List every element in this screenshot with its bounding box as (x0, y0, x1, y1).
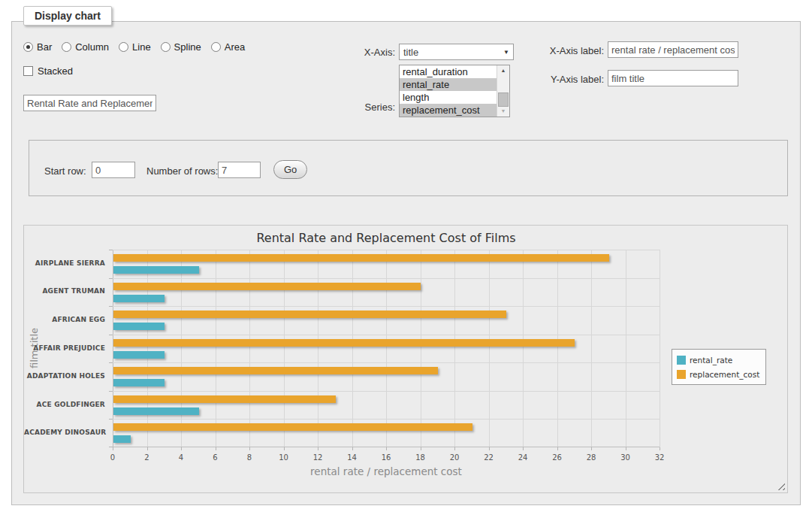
bar-rental_rate[interactable] (113, 266, 199, 274)
scrollbar-thumb[interactable] (498, 92, 509, 107)
scroll-up-icon[interactable]: ▲ (497, 65, 509, 76)
x-tick-label: 20 (439, 453, 469, 462)
plot-area (113, 250, 660, 447)
axis-tick (284, 447, 285, 450)
gridline (591, 250, 592, 447)
gridline (113, 335, 660, 335)
axis-tick (386, 447, 387, 450)
scroll-down-icon[interactable]: ▼ (497, 106, 509, 117)
axis-tick (523, 447, 524, 450)
axis-tick (147, 447, 148, 450)
start-row-label: Start row: (44, 165, 86, 177)
listbox-option-length[interactable]: length (400, 91, 497, 104)
bar-rental_rate[interactable] (113, 379, 165, 386)
bar-rental_rate[interactable] (113, 407, 199, 415)
x-axis-select[interactable]: title ▼ (399, 44, 514, 60)
gridline (147, 250, 148, 447)
bar-rental_rate[interactable] (113, 323, 165, 330)
gridline (523, 250, 524, 447)
chart-panel: Rental Rate and Replacement Cost of Film… (23, 225, 788, 493)
radio-icon (23, 42, 33, 52)
axis-tick (352, 447, 353, 450)
chart-type-option-bar[interactable]: Bar (23, 41, 52, 53)
axis-tick (109, 250, 113, 250)
x-tick-label: 8 (234, 453, 264, 462)
bar-replacement_cost[interactable] (113, 283, 421, 290)
bar-replacement_cost[interactable] (113, 423, 472, 431)
checkbox-icon (23, 66, 33, 76)
gridline (454, 250, 455, 447)
num-rows-input[interactable] (218, 162, 261, 178)
x-axis-label-input[interactable] (608, 41, 738, 58)
series-listbox[interactable]: rental_durationrental_ratelengthreplacem… (399, 65, 510, 117)
listbox-scrollbar[interactable]: ▲ ▼ (497, 65, 509, 117)
gridline (113, 391, 660, 392)
x-axis-select-label: X-Axis: (328, 47, 395, 58)
chart-type-option-line[interactable]: Line (119, 41, 151, 53)
chart-type-option-spline[interactable]: Spline (161, 41, 201, 53)
x-tick-label: 0 (98, 453, 128, 462)
gridline (113, 419, 660, 420)
legend-item-replacement_cost[interactable]: replacement_cost (677, 367, 759, 381)
axis-tick (489, 447, 490, 450)
bar-rental_rate[interactable] (113, 295, 165, 302)
start-row-input[interactable] (92, 162, 135, 178)
category-label: ADAPTATION HOLES (24, 372, 105, 380)
bar-replacement_cost[interactable] (113, 339, 575, 347)
category-label: AIRPLANE SIERRA (24, 259, 105, 267)
bar-rental_rate[interactable] (113, 435, 131, 443)
bar-replacement_cost[interactable] (113, 367, 438, 374)
go-button[interactable]: Go (273, 160, 307, 179)
legend-item-rental_rate[interactable]: rental_rate (677, 353, 759, 367)
axis-tick (421, 447, 421, 450)
chart-title: Rental Rate and Replacement Cost of Film… (113, 231, 660, 245)
category-label: AFFAIR PREJUDICE (24, 344, 105, 352)
rows-panel: Start row: Number of rows: Go (29, 140, 788, 196)
chart-type-option-area[interactable]: Area (211, 41, 245, 53)
num-rows-label: Number of rows: (146, 165, 218, 177)
chart-type-option-label: Spline (174, 41, 201, 53)
axis-tick (454, 447, 455, 450)
x-tick-label: 32 (644, 453, 675, 462)
page: Display chart BarColumnLineSplineArea St… (0, 0, 812, 512)
legend-swatch-icon (677, 370, 686, 379)
x-tick-label: 30 (611, 453, 641, 462)
axis-tick (109, 391, 113, 392)
category-label: AFRICAN EGG (24, 316, 105, 323)
gridline (626, 250, 626, 447)
gridline (284, 250, 285, 447)
gridline (489, 250, 490, 447)
chart-type-option-column[interactable]: Column (62, 41, 109, 53)
axis-tick (249, 447, 250, 450)
axis-tick (216, 447, 216, 450)
bar-replacement_cost[interactable] (113, 311, 506, 318)
x-tick-label: 6 (201, 453, 231, 462)
x-axis-label-caption: X-Axis label: (536, 45, 604, 56)
listbox-option-rental_rate[interactable]: rental_rate (400, 78, 497, 91)
stacked-checkbox[interactable]: Stacked (23, 65, 73, 77)
chart-legend: rental_ratereplacement_cost (672, 349, 766, 385)
chart-type-option-label: Bar (37, 41, 52, 53)
radio-icon (62, 42, 71, 52)
gridline (660, 250, 660, 447)
x-tick-label: 16 (371, 453, 401, 462)
gridline (113, 250, 660, 250)
y-axis-label-input[interactable] (608, 70, 738, 86)
gridline (113, 250, 113, 447)
bar-rental_rate[interactable] (113, 351, 165, 359)
gridline (113, 278, 660, 279)
gridline (181, 250, 182, 447)
axis-tick (181, 447, 182, 450)
chart-title-input[interactable] (23, 95, 156, 111)
bar-replacement_cost[interactable] (113, 395, 336, 403)
display-chart-fieldset: Display chart BarColumnLineSplineArea St… (11, 21, 801, 505)
listbox-option-rental_duration[interactable]: rental_duration (400, 65, 497, 78)
gridline (318, 250, 318, 447)
bar-replacement_cost[interactable] (113, 254, 609, 262)
gridline (113, 362, 660, 363)
chevron-down-icon: ▼ (503, 49, 509, 56)
listbox-option-replacement_cost[interactable]: replacement_cost (400, 104, 497, 117)
y-axis-label-caption: Y-Axis label: (536, 74, 604, 85)
resize-grip-icon[interactable] (775, 480, 785, 490)
series-label: Series: (328, 101, 395, 113)
